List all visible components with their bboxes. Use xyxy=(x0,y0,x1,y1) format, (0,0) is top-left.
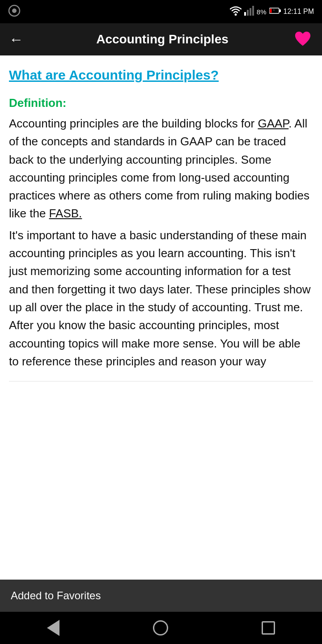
home-nav-button[interactable] xyxy=(140,616,182,640)
bottom-navigation xyxy=(0,612,322,644)
back-button[interactable]: ← xyxy=(9,32,23,47)
page-title: Accounting Principles xyxy=(32,32,292,47)
svg-point-2 xyxy=(235,13,237,15)
gaap-link[interactable]: GAAP xyxy=(258,117,288,130)
definition-label: Definition: xyxy=(9,96,313,110)
signal-icon xyxy=(244,6,254,17)
navigation-bar: ← Accounting Principles xyxy=(0,23,322,55)
snackbar: Added to Favorites xyxy=(0,580,322,612)
home-nav-icon xyxy=(153,620,168,636)
white-space-area xyxy=(9,381,313,426)
wifi-icon xyxy=(230,6,242,17)
svg-rect-9 xyxy=(270,9,271,13)
svg-rect-3 xyxy=(244,12,246,16)
svg-rect-4 xyxy=(247,10,249,16)
content-paragraph-2: It's important to have a basic understan… xyxy=(9,226,313,370)
snackbar-message: Added to Favorites xyxy=(11,589,101,602)
favorite-button[interactable] xyxy=(292,29,313,51)
article-title[interactable]: What are Accounting Principles? xyxy=(9,66,313,84)
recent-nav-button[interactable] xyxy=(248,617,288,639)
fasb-link[interactable]: FASB. xyxy=(49,207,82,220)
back-nav-button[interactable] xyxy=(34,615,73,640)
battery-percent: 8% xyxy=(257,8,267,16)
battery-icon xyxy=(269,7,281,16)
settings-icon xyxy=(8,4,21,19)
status-icons: 8% 12:11 PM xyxy=(230,6,314,17)
content-paragraph-1: Accounting principles are the building b… xyxy=(9,114,313,223)
recent-nav-icon xyxy=(262,621,275,635)
svg-rect-5 xyxy=(250,8,251,16)
status-time: 12:11 PM xyxy=(284,8,314,16)
status-bar: 8% 12:11 PM xyxy=(0,0,322,23)
heart-icon xyxy=(294,30,311,47)
back-nav-icon xyxy=(47,620,59,636)
svg-rect-8 xyxy=(279,9,281,12)
svg-rect-6 xyxy=(252,6,254,16)
svg-point-1 xyxy=(12,8,17,13)
content-area: What are Accounting Principles? Definiti… xyxy=(0,55,322,644)
